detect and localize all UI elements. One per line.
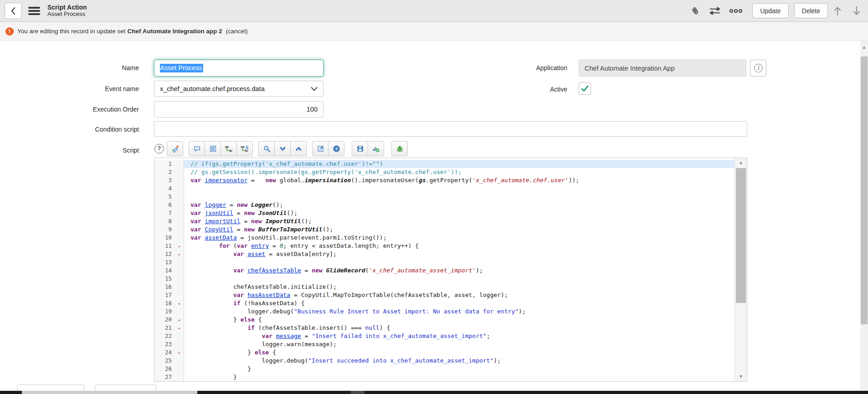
code-line[interactable]: 26 } [154,365,735,373]
save-script-button[interactable] [352,141,368,156]
code-line[interactable]: 7var jsonUtil = new JsonUtil(); [154,209,735,217]
code-line[interactable]: 19 logger.debug("Business Rule Insert to… [154,307,735,316]
page-scroll-up-icon[interactable]: ▲ [860,44,868,51]
syntax-check-button[interactable] [368,141,384,156]
code-text: } else { [184,316,735,324]
scroll-up-icon[interactable]: ▲ [735,159,747,166]
toggle-comment-button[interactable] [189,141,205,156]
code-line[interactable]: 8var importUtil = new ImportUtil(); [154,217,735,225]
script-editor-toolbar: ab ac ab ac [167,141,413,156]
bottom-delete-button-partial[interactable] [95,384,156,391]
code-line[interactable]: 13 [154,258,735,266]
code-line[interactable]: 3var impersonator = new global.impersina… [154,176,735,184]
code-text: var hasAssetData = CopyUtil.MapToImportT… [184,291,735,299]
horizontal-scrollbar[interactable] [0,391,868,394]
line-number: 9 [154,225,184,234]
code-line[interactable]: 27 } [154,373,735,381]
script-help-icon[interactable]: ? [154,144,164,154]
replace-all-button[interactable]: ab ac [236,141,253,156]
code-line[interactable]: 12▾ var asset = assetData[entry]; [154,250,735,258]
checkmark-icon [581,85,589,92]
active-checkbox[interactable] [579,82,591,95]
chevron-down-blue-icon [279,145,287,153]
code-line[interactable]: 5 [154,193,735,201]
line-number: 8 [154,217,184,225]
update-button[interactable]: Update [752,3,788,18]
line-number: 13 [154,258,184,266]
code-text: var importUtil = new ImportUtil(); [184,217,735,225]
code-text: // if(gs.getProperty('x_chef_automate.ch… [184,160,735,168]
code-line[interactable]: 17 var hasAssetData = CopyUtil.MapToImpo… [154,291,735,299]
delete-button[interactable]: Delete [794,3,828,18]
svg-text:ab: ab [241,145,245,148]
code-text: var CopyUtil = new BufferToImportUtil(); [184,225,735,234]
condition-script-input[interactable] [154,121,747,137]
replace-button[interactable]: ab ac [221,141,237,156]
previous-record-button[interactable] [832,5,842,16]
syntax-editor-button[interactable] [167,141,183,156]
code-line[interactable]: 18▾ if (!hasAssetData) { [154,299,735,307]
horizontal-scrollbar-thumb[interactable] [22,391,197,394]
bottom-update-button-partial[interactable] [17,384,84,391]
svg-text:ac: ac [229,149,233,152]
execution-order-value: 100 [307,106,318,113]
line-number: 7 [154,209,184,217]
code-line[interactable]: 11▾ for (var entry = 0; entry < assetDat… [154,242,735,250]
editor-help-button[interactable]: ? [328,141,344,156]
code-line[interactable]: 4 [154,184,735,193]
code-line[interactable]: 20▾ } else { [154,316,735,324]
back-button[interactable] [5,3,22,19]
scroll-down-icon[interactable]: ▼ [735,373,747,380]
event-name-select[interactable]: x_chef_automate.chef.process.data [154,81,324,97]
code-text: } [184,373,735,381]
code-line[interactable]: 15 [154,275,735,283]
arrow-up-icon [832,5,842,16]
page-scrollbar-thumb[interactable] [861,56,868,324]
more-options-button[interactable] [729,8,743,14]
search-button[interactable] [258,141,275,156]
horizontal-scrollbar-segment [351,391,365,394]
code-line[interactable]: 21▾ if (chefAssetsTable.insert() === nul… [154,324,735,332]
editor-scrollbar-thumb[interactable] [736,168,746,303]
cancel-update-set-link[interactable]: (cancel) [226,28,247,35]
fold-marker-icon[interactable]: ▾ [178,324,180,333]
code-line[interactable]: 6var logger = new Logger(); [154,201,735,209]
fold-marker-icon[interactable]: ▾ [178,251,180,259]
script-code-editor[interactable]: 1// if(gs.getProperty('x_chef_automate.c… [154,158,747,382]
application-info-button[interactable]: i [750,60,766,77]
format-code-button[interactable] [205,141,221,156]
code-text: var asset = assetData[entry]; [184,250,735,258]
record-name: Asset Process [47,11,87,18]
fold-marker-icon[interactable]: ▾ [178,316,180,324]
line-number: 23 [154,340,184,348]
code-line[interactable]: 16 chefAssetsTable.initialize(); [154,283,735,291]
code-line[interactable]: 2// gs.getSession().impersonate(gs.getPr… [154,168,735,176]
code-text: logger.debug("Insert succeeded into x_ch… [184,357,735,365]
code-line[interactable]: 10var assetData = jsonUtil.parse(event.p… [154,234,735,242]
code-line[interactable]: 22 var message = "Insert failed into x_c… [154,332,735,340]
code-line[interactable]: 23 logger.warn(message); [154,340,735,348]
execution-order-input[interactable]: 100 [154,101,324,118]
chevron-up-blue-icon [295,145,303,153]
code-line[interactable]: 14 var chefAssetsTable = new GlideRecord… [154,266,735,275]
name-input[interactable]: Asset Process [154,60,324,77]
form-context-menu-icon[interactable] [28,7,40,15]
code-line[interactable]: 25 logger.debug("Insert succeeded into x… [154,357,735,365]
fold-marker-icon[interactable]: ▾ [178,242,180,251]
fold-marker-icon[interactable]: ▾ [178,300,180,308]
fold-marker-icon[interactable]: ▾ [178,349,180,357]
fullscreen-button[interactable] [312,141,329,156]
attachment-button[interactable] [690,5,701,17]
line-number: 3 [154,176,184,184]
find-next-button[interactable] [274,141,291,156]
debug-button[interactable] [391,141,408,156]
code-line[interactable]: 1// if(gs.getProperty('x_chef_automate.c… [154,160,735,168]
find-previous-button[interactable] [290,141,307,156]
personalize-form-button[interactable] [709,6,721,16]
code-line[interactable]: 9var CopyUtil = new BufferToImportUtil()… [154,225,735,234]
page-scrollbar[interactable]: ▲ [860,41,868,391]
code-line[interactable]: 24▾ } else { [154,348,735,357]
editor-scrollbar[interactable]: ▲ ▼ [734,158,747,381]
code-text: } [184,365,735,373]
next-record-button[interactable] [852,5,862,16]
